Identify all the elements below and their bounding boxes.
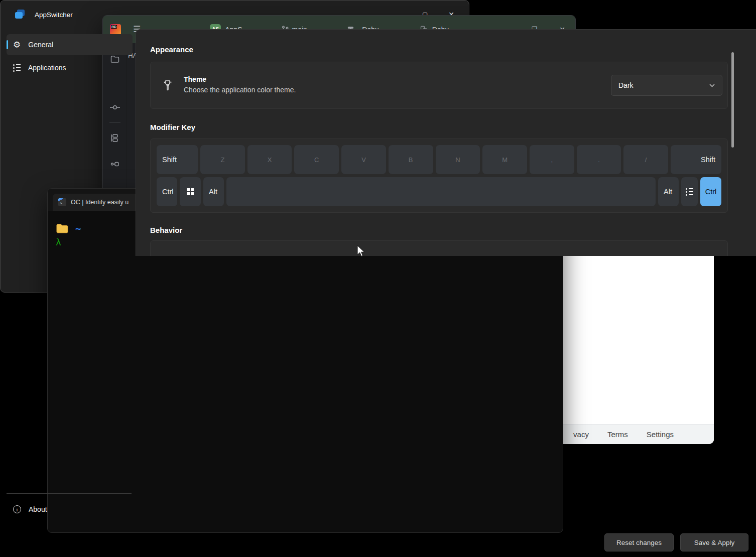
privacy-link[interactable]: vacy (573, 430, 589, 439)
appswitcher-app-icon (15, 9, 27, 20)
key-menu[interactable] (681, 177, 698, 206)
nav-applications[interactable]: Applications (7, 57, 133, 78)
mouse-cursor (354, 244, 367, 259)
key-ctrl-left[interactable]: Ctrl (157, 177, 177, 206)
settings-content-panel: Appearance Theme Choose the application … (136, 29, 756, 256)
behavior-heading: Behavior (150, 226, 728, 234)
windows-logo-icon (187, 188, 194, 195)
key-n[interactable]: N (436, 145, 480, 174)
panel-scrollbar[interactable] (731, 52, 734, 148)
key-shift-right[interactable]: Shift (671, 145, 721, 174)
key-alt-right[interactable]: Alt (658, 177, 679, 206)
nav-general-label: General (28, 41, 53, 49)
theme-dropdown-value: Dark (618, 81, 634, 89)
dialog-sidebar: ⚙ General Applications i About (0, 29, 136, 557)
key-alt-left[interactable]: Alt (203, 177, 224, 206)
key-shift-left[interactable]: Shift (157, 145, 198, 174)
modifier-key-heading: Modifier Key (150, 123, 728, 131)
theme-dropdown[interactable]: Dark (611, 75, 722, 96)
nav-general[interactable]: ⚙ General (7, 34, 133, 55)
key-b[interactable]: B (389, 145, 433, 174)
theme-setting-card: Theme Choose the application color theme… (150, 62, 728, 109)
key-c[interactable]: C (294, 145, 339, 174)
key-ctrl-right-selected[interactable]: Ctrl (700, 177, 721, 206)
key-space[interactable] (226, 177, 656, 206)
dialog-title: AppSwitcher (35, 11, 73, 19)
info-icon: i (13, 505, 21, 513)
key-comma[interactable]: , (530, 145, 574, 174)
key-slash[interactable]: / (623, 145, 668, 174)
appearance-heading: Appearance (150, 45, 728, 54)
key-win[interactable] (180, 177, 201, 206)
nav-about[interactable]: i About (7, 499, 132, 520)
paintbrush-icon (162, 79, 174, 91)
theme-title: Theme (184, 75, 312, 83)
terms-link[interactable]: Terms (607, 430, 628, 439)
behavior-card (150, 240, 728, 256)
menu-key-icon (686, 188, 693, 196)
modifier-keyboard: Shift Z X C V B N M , . / Shift Ctrl Alt… (150, 138, 728, 213)
key-period[interactable]: . (577, 145, 621, 174)
applications-list-icon (13, 64, 21, 72)
rider-logo-text: RD (111, 25, 117, 29)
appswitcher-settings-window: AppSwitcher — ▢ ✕ ⚙ General Applications… (0, 0, 469, 293)
chevron-down-icon (709, 84, 715, 87)
key-z[interactable]: Z (200, 145, 245, 174)
key-v[interactable]: V (341, 145, 386, 174)
settings-link[interactable]: Settings (647, 430, 674, 439)
nav-about-label: About (29, 505, 47, 513)
key-x[interactable]: X (247, 145, 292, 174)
nav-applications-label: Applications (28, 64, 66, 72)
key-m[interactable]: M (482, 145, 527, 174)
reset-changes-button[interactable]: Reset changes (604, 533, 674, 551)
save-apply-button[interactable]: Save & Apply (680, 533, 748, 551)
theme-description: Choose the application color theme. (184, 85, 312, 96)
gear-icon: ⚙ (13, 40, 21, 50)
